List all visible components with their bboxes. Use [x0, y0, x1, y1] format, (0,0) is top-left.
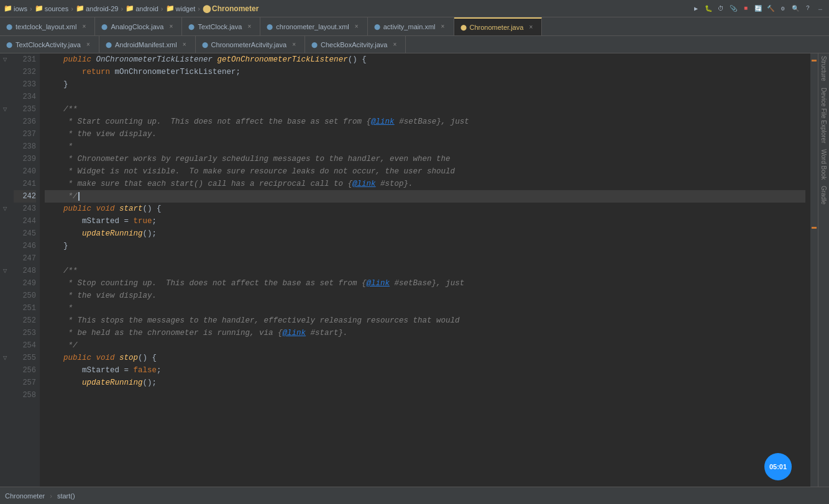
code-line-234: [45, 91, 805, 103]
tab-dot: ⬤: [106, 42, 112, 48]
code-line-248: /**: [45, 265, 805, 277]
settings-icon[interactable]: ⚙: [778, 4, 788, 14]
code-line-231: public OnChronometerTickListener getOnCh…: [45, 53, 805, 66]
profile-icon[interactable]: ⏱: [716, 4, 726, 14]
tab-textclock-layout[interactable]: ⬤ textclock_layout.xml ×: [0, 17, 95, 35]
code-line-257: updateRunning();: [45, 377, 805, 389]
breadcrumb-widget[interactable]: 📁 widget: [166, 4, 196, 12]
code-line-238: *: [45, 140, 805, 153]
code-line-232: return mOnChronometerTickListener;: [45, 66, 805, 78]
tab-close-btn[interactable]: ×: [390, 40, 399, 49]
warning-marker: [812, 227, 817, 229]
code-line-233: }: [45, 78, 805, 91]
device-file-explorer-label[interactable]: Device File Explorer: [819, 85, 828, 145]
breadcrumb-iows[interactable]: 📁 iows: [4, 4, 27, 12]
breadcrumb-chronometer[interactable]: ⬤ Chronometer: [203, 4, 259, 13]
tab-close-btn[interactable]: ×: [526, 23, 535, 32]
code-line-253: * be held as the chronometer is running,…: [45, 327, 805, 339]
structure-panel-label[interactable]: Structure: [819, 53, 828, 84]
tab-dot: ⬤: [267, 24, 273, 30]
code-editor[interactable]: public OnChronometerTickListener getOnCh…: [40, 53, 810, 487]
code-line-254: */: [45, 339, 805, 352]
tab-dot: ⬤: [101, 24, 108, 30]
search-icon[interactable]: 🔍: [790, 4, 800, 14]
tab-activity-main[interactable]: ⬤ activity_main.xml ×: [368, 17, 454, 35]
breadcrumb-android[interactable]: 📁 android: [126, 4, 158, 12]
debug-icon[interactable]: 🐛: [703, 4, 713, 14]
status-bar: Chronometer › start(): [0, 487, 829, 504]
fold-gutter: ▽ ▽ ▽ ▽ ▽: [0, 53, 10, 487]
tab-close-btn[interactable]: ×: [290, 40, 298, 49]
tab-bar-secondary: ⬤ TextClockActivity.java × ⬤ AndroidMani…: [0, 36, 829, 53]
error-marker: [812, 60, 817, 62]
help-icon[interactable]: ?: [803, 4, 813, 14]
tab-chronometer-layout[interactable]: ⬤ chronometer_layout.xml ×: [260, 17, 367, 35]
tab-chronometer-java[interactable]: ⬤ Chronometer.java ×: [454, 17, 543, 35]
code-line-251: *: [45, 302, 805, 314]
code-line-239: * Chronometer works by regularly schedul…: [45, 153, 805, 165]
more-icon[interactable]: …: [815, 4, 825, 14]
code-line-247: [45, 252, 805, 265]
code-line-252: * This stops the messages to the handler…: [45, 314, 805, 327]
tab-close-btn[interactable]: ×: [245, 22, 254, 31]
build-icon[interactable]: 🔨: [766, 4, 776, 14]
breadcrumb-sources[interactable]: 📁 sources: [35, 4, 69, 12]
code-line-235: /**: [45, 103, 805, 116]
gradle-label[interactable]: Gradle: [819, 183, 828, 207]
tab-textclock[interactable]: ⬤ TextClock.java ×: [182, 17, 260, 35]
scroll-gutter[interactable]: [810, 53, 818, 487]
tab-close-btn[interactable]: ×: [180, 40, 189, 49]
code-line-249: * Stop counting up. This does not affect…: [45, 277, 805, 290]
code-line-236: * Start counting up. This does not affec…: [45, 116, 805, 128]
editor-area: ▽ ▽ ▽ ▽ ▽ 231 232 233 234 235 236: [0, 53, 829, 487]
code-line-237: * the view display.: [45, 128, 805, 140]
code-line-255: public void stop() {: [45, 352, 805, 364]
folder-icon: 📁: [126, 4, 134, 12]
tab-close-btn[interactable]: ×: [84, 40, 93, 49]
folder-icon: 📁: [166, 4, 175, 12]
breadcrumb-class: Chronometer: [5, 492, 45, 500]
tab-dot: ⬤: [188, 24, 195, 30]
code-line-243: public void start() {: [45, 203, 805, 215]
breadcrumb-method: start(): [57, 492, 75, 500]
folder-icon: 📁: [4, 4, 12, 12]
tab-close-btn[interactable]: ×: [80, 22, 88, 31]
tab-analogclock[interactable]: ⬤ AnalogClock.java ×: [95, 17, 182, 35]
tab-close-btn[interactable]: ×: [352, 22, 361, 31]
timer-badge[interactable]: 05:01: [764, 453, 792, 480]
code-line-250: * the view display.: [45, 290, 805, 302]
tab-close-btn[interactable]: ×: [167, 22, 175, 31]
code-line-245: updateRunning();: [45, 227, 805, 240]
breadcrumb-android29[interactable]: 📁 android-29: [76, 4, 119, 12]
tab-dot: ⬤: [460, 24, 467, 30]
code-line-256: mStarted = false;: [45, 364, 805, 377]
tab-dot: ⬤: [311, 42, 318, 48]
code-line-244: mStarted = true;: [45, 215, 805, 227]
run-icon[interactable]: ▶: [691, 4, 701, 14]
attach-icon[interactable]: 📎: [728, 4, 738, 14]
tab-dot: ⬤: [6, 24, 12, 30]
top-bar: 📁 iows › 📁 sources › 📁 android-29 › 📁 an…: [0, 0, 829, 17]
tab-textclockactivity[interactable]: ⬤ TextClockActivity.java ×: [0, 36, 99, 53]
sync-icon[interactable]: 🔄: [753, 4, 763, 14]
code-line-240: * Widget is not visible. To make sure re…: [45, 165, 805, 178]
word-book-label[interactable]: Word Book: [819, 147, 828, 182]
tab-close-btn[interactable]: ×: [439, 22, 447, 31]
tab-checkboxactivity[interactable]: ⬤ CheckBoxAcitvity.java ×: [305, 36, 406, 53]
code-line-258: [45, 389, 805, 401]
code-line-242: */: [45, 190, 805, 203]
stop-icon[interactable]: ■: [741, 4, 751, 14]
right-panel: Structure Device File Explorer Word Book…: [818, 53, 829, 487]
tab-chronometeractivity[interactable]: ⬤ ChronometerAcitvity.java ×: [196, 36, 305, 53]
line-numbers: 231 232 233 234 235 236 237 238 239 240 …: [10, 53, 40, 487]
code-line-246: }: [45, 240, 805, 252]
code-line-241: * make sure that each start() call has a…: [45, 178, 805, 190]
tab-bar-main: ⬤ textclock_layout.xml × ⬤ AnalogClock.j…: [0, 17, 829, 36]
tab-dot: ⬤: [202, 42, 208, 48]
circle-icon: ⬤: [203, 4, 211, 13]
folder-icon: 📁: [76, 4, 85, 12]
folder-icon: 📁: [35, 4, 44, 12]
tab-dot: ⬤: [6, 42, 12, 48]
tab-dot: ⬤: [374, 24, 380, 30]
tab-androidmanifest[interactable]: ⬤ AndroidManifest.xml ×: [99, 36, 196, 53]
